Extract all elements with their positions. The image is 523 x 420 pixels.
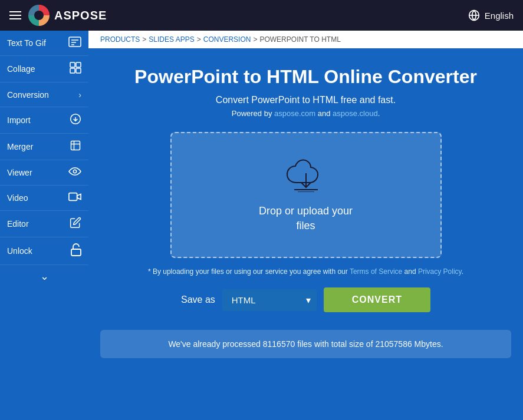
breadcrumb-conversion[interactable]: CONVERSION <box>203 35 251 44</box>
content-area: PRODUCTS > SLIDES APPS > CONVERSION > PO… <box>88 31 523 420</box>
sidebar-item-merger[interactable]: Merger <box>0 134 88 160</box>
conversion-chevron-icon: › <box>78 90 81 100</box>
save-as-label: Save as <box>181 295 215 305</box>
main-wrapper: Text To Gif Collage <box>0 31 523 420</box>
upload-area[interactable]: Drop or upload your files <box>170 132 442 258</box>
sidebar-more-button[interactable]: ⌄ <box>0 265 88 287</box>
svg-point-11 <box>73 170 76 173</box>
stats-bar: We've already processed 8116570 files wi… <box>100 330 511 358</box>
header-left: ASPOSE <box>9 5 107 26</box>
sidebar-item-import[interactable]: Import <box>0 107 88 134</box>
stats-text: We've already processed 8116570 files wi… <box>168 339 443 349</box>
svg-rect-7 <box>76 62 81 67</box>
action-row: Save as HTML PDF PNG JPG PPT PPTX CONVER… <box>181 287 430 312</box>
upload-text: Drop or upload your files <box>259 204 353 233</box>
page-title: PowerPoint to HTML Online Converter <box>134 66 477 88</box>
sidebar-item-viewer[interactable]: Viewer <box>0 160 88 186</box>
logo-text: ASPOSE <box>54 9 107 22</box>
breadcrumb-slides-apps[interactable]: SLIDES APPS <box>149 35 194 44</box>
merger-icon <box>70 140 81 154</box>
sidebar-item-text-to-gif[interactable]: Text To Gif <box>0 31 88 56</box>
svg-rect-9 <box>76 68 81 73</box>
logo-area: ASPOSE <box>28 5 107 26</box>
svg-rect-2 <box>69 37 81 47</box>
format-select-wrapper: HTML PDF PNG JPG PPT PPTX <box>222 289 317 311</box>
hamburger-menu-button[interactable] <box>9 11 21 19</box>
svg-rect-8 <box>70 68 75 73</box>
powered-by: Powered by aspose.com and aspose.cloud. <box>232 109 380 118</box>
breadcrumb-products[interactable]: PRODUCTS <box>100 35 140 44</box>
upload-cloud-icon <box>285 157 327 194</box>
sidebar-item-editor[interactable]: Editor <box>0 211 88 237</box>
collage-icon <box>70 62 81 76</box>
sidebar-item-video[interactable]: Video <box>0 186 88 211</box>
aspose-logo-icon <box>28 5 50 26</box>
video-icon <box>68 191 81 204</box>
sidebar-item-conversion[interactable]: Conversion › <box>0 82 88 107</box>
editor-icon <box>70 217 81 231</box>
terms-text: * By uploading your files or using our s… <box>148 267 463 276</box>
language-label: English <box>485 11 514 21</box>
aspose-com-link[interactable]: aspose.com <box>274 109 315 118</box>
breadcrumb-current: POWERPOINT TO HTML <box>259 35 340 44</box>
page-subtitle: Convert PowerPoint to HTML free and fast… <box>216 95 396 105</box>
svg-rect-6 <box>70 62 75 67</box>
text-to-gif-icon <box>68 37 81 49</box>
sidebar: Text To Gif Collage <box>0 31 88 420</box>
header: ASPOSE English <box>0 0 523 31</box>
main-content: PowerPoint to HTML Online Converter Conv… <box>88 48 523 420</box>
format-select[interactable]: HTML PDF PNG JPG PPT PPTX <box>222 289 317 311</box>
globe-icon <box>468 9 480 21</box>
convert-button[interactable]: CONVERT <box>324 287 430 312</box>
svg-rect-12 <box>69 193 77 201</box>
sidebar-item-collage[interactable]: Collage <box>0 56 88 82</box>
language-selector[interactable]: English <box>468 9 514 21</box>
privacy-policy-link[interactable]: Privacy Policy <box>418 267 462 276</box>
svg-rect-13 <box>71 249 81 256</box>
unlock-icon <box>71 243 81 259</box>
breadcrumb: PRODUCTS > SLIDES APPS > CONVERSION > PO… <box>88 31 523 48</box>
viewer-icon <box>68 166 81 179</box>
aspose-cloud-link[interactable]: aspose.cloud <box>333 109 378 118</box>
sidebar-item-unlock[interactable]: Unlock <box>0 237 88 265</box>
import-icon <box>70 113 81 127</box>
chevron-down-icon: ⌄ <box>40 270 49 283</box>
terms-of-service-link[interactable]: Terms of Service <box>350 267 402 276</box>
